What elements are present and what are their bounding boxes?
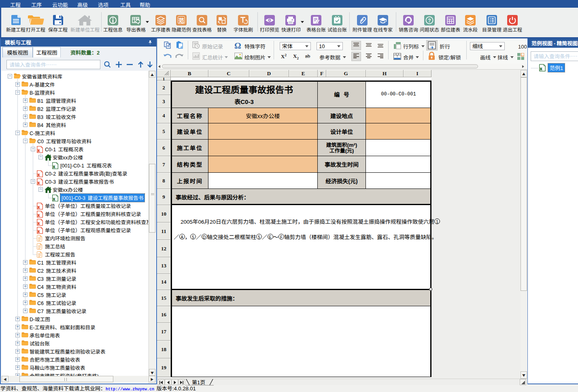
svg-text:?: ? xyxy=(428,18,431,23)
svg-text:T: T xyxy=(396,55,398,58)
